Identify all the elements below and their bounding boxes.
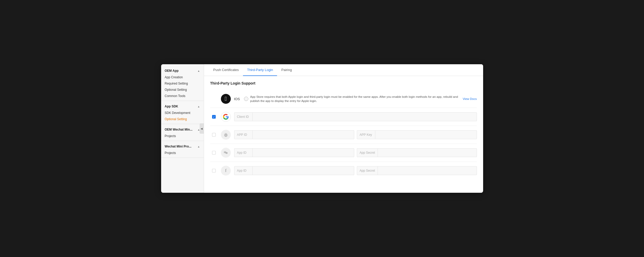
view-docs-link[interactable]: View Docs bbox=[463, 97, 477, 100]
google-icon-cell bbox=[220, 111, 232, 123]
sidebar-group-label-app-sdk: App SDK bbox=[165, 105, 178, 108]
google-fields: Client ID bbox=[234, 112, 477, 121]
svg-point-6 bbox=[224, 152, 225, 152]
sidebar-divider bbox=[161, 158, 204, 158]
login-row-google: Client ID bbox=[210, 108, 477, 126]
sidebar-item-optional-setting-oem[interactable]: Optional Setting bbox=[161, 87, 204, 93]
sidebar-item-projects-oem[interactable]: Projects bbox=[161, 133, 204, 139]
section-title: Third-Party Login Support bbox=[210, 81, 477, 85]
wechat-app-secret-field: App Secret bbox=[357, 148, 477, 157]
sidebar: OEM App▲App CreationRequired SettingOpti… bbox=[161, 64, 204, 193]
content-area: Third-Party Login Support  IOS i App St… bbox=[204, 76, 483, 193]
svg-point-9 bbox=[226, 153, 226, 153]
google-checkbox[interactable] bbox=[212, 115, 216, 119]
ios-description: App Store requires that both Apple login… bbox=[250, 95, 461, 103]
facebook-app-secret-field: App Secret bbox=[357, 166, 477, 175]
wechat-icon bbox=[221, 148, 231, 158]
google-checkbox-cell bbox=[210, 115, 218, 119]
wechat-fields: App IDApp Secret bbox=[234, 148, 477, 157]
sidebar-item-optional-setting-sdk[interactable]: Optional Setting bbox=[161, 116, 204, 122]
chevron-icon: ▲ bbox=[198, 69, 200, 72]
wechat-app-id-label: App ID bbox=[234, 149, 253, 157]
sidebar-group-app-sdk: App SDK▲SDK DevelopmentOptional Setting bbox=[161, 103, 204, 124]
svg-point-4 bbox=[225, 133, 227, 134]
qq-icon bbox=[221, 130, 231, 140]
chevron-icon: ▲ bbox=[198, 105, 200, 108]
wechat-app-secret-label: App Secret bbox=[357, 149, 378, 157]
login-row-facebook: f App IDApp Secret bbox=[210, 162, 477, 179]
login-row-wechat: App IDApp Secret bbox=[210, 144, 477, 162]
sidebar-item-common-tools[interactable]: Common Tools bbox=[161, 93, 204, 99]
wechat-app-secret-input[interactable] bbox=[378, 149, 477, 157]
sidebar-item-app-creation[interactable]: App Creation bbox=[161, 74, 204, 80]
tab-push-certificates[interactable]: Push Certificates bbox=[209, 64, 243, 76]
qq-app-key-label: APP Key bbox=[357, 131, 375, 139]
qq-icon-cell bbox=[220, 129, 232, 140]
facebook-checkbox-cell bbox=[210, 169, 218, 172]
tab-pairing[interactable]: Pairing bbox=[277, 64, 296, 76]
sidebar-collapse-handle[interactable]: ◀ bbox=[200, 123, 204, 134]
qq-checkbox-cell bbox=[210, 133, 218, 137]
wechat-checkbox[interactable] bbox=[212, 151, 216, 155]
facebook-icon-cell: f bbox=[220, 165, 232, 176]
sidebar-group-header-oem-app[interactable]: OEM App▲ bbox=[161, 67, 204, 74]
svg-point-7 bbox=[225, 152, 226, 152]
ios-row:  IOS i App Store requires that both App… bbox=[210, 90, 477, 108]
sidebar-divider bbox=[161, 141, 204, 141]
sidebar-divider bbox=[161, 124, 204, 124]
qq-fields: APP IDAPP Key bbox=[234, 130, 477, 139]
sidebar-group-label-oem-app: OEM App bbox=[165, 69, 179, 73]
login-row-qq: APP IDAPP Key bbox=[210, 126, 477, 144]
wechat-app-id-field: App ID bbox=[234, 148, 354, 157]
sidebar-item-projects-wechat[interactable]: Projects bbox=[161, 150, 204, 156]
apple-icon:  bbox=[221, 94, 231, 104]
svg-text:f: f bbox=[225, 168, 227, 173]
sidebar-group-header-app-sdk[interactable]: App SDK▲ bbox=[161, 103, 204, 110]
google-client-id-label: Client ID bbox=[234, 113, 253, 121]
google-client-id-input[interactable] bbox=[253, 113, 477, 121]
wechat-checkbox-cell bbox=[210, 151, 218, 155]
qq-checkbox[interactable] bbox=[212, 133, 216, 137]
sidebar-group-label-wechat-mini-pro: Wechat Mini Pro... bbox=[165, 145, 192, 148]
sidebar-item-required-setting[interactable]: Required Setting bbox=[161, 80, 204, 87]
facebook-app-id-field: App ID bbox=[234, 166, 354, 175]
main-content: Push CertificatesThird-Party LoginPairin… bbox=[204, 64, 483, 193]
svg-point-10 bbox=[227, 153, 227, 153]
facebook-app-secret-label: App Secret bbox=[357, 166, 378, 175]
sidebar-group-oem-wechat-min: OEM Wechat Min...▲Projects bbox=[161, 126, 204, 141]
info-icon: i bbox=[244, 97, 248, 101]
qq-app-key-input[interactable] bbox=[375, 131, 477, 139]
sidebar-group-wechat-mini-pro: Wechat Mini Pro...▲Projects bbox=[161, 143, 204, 158]
qq-app-key-field: APP Key bbox=[357, 130, 477, 139]
svg-point-8 bbox=[225, 152, 228, 154]
qq-app-id-field: APP ID bbox=[234, 130, 354, 139]
ios-label: IOS bbox=[234, 97, 242, 101]
chevron-icon: ▲ bbox=[198, 145, 200, 148]
facebook-app-secret-input[interactable] bbox=[378, 166, 477, 175]
facebook-fields: App IDApp Secret bbox=[234, 166, 477, 175]
facebook-app-id-input[interactable] bbox=[253, 166, 354, 175]
wechat-icon-cell bbox=[220, 147, 232, 158]
google-client-id-field: Client ID bbox=[234, 112, 477, 121]
sidebar-group-header-wechat-mini-pro[interactable]: Wechat Mini Pro...▲ bbox=[161, 143, 204, 150]
app-window: OEM App▲App CreationRequired SettingOpti… bbox=[161, 64, 483, 193]
qq-app-id-input[interactable] bbox=[253, 131, 354, 139]
tabs-bar: Push CertificatesThird-Party LoginPairin… bbox=[204, 64, 483, 76]
sidebar-group-header-oem-wechat-min[interactable]: OEM Wechat Min...▲ bbox=[161, 126, 204, 133]
wechat-app-id-input[interactable] bbox=[253, 149, 354, 157]
svg-point-3 bbox=[226, 134, 226, 135]
svg-point-2 bbox=[225, 134, 226, 135]
sidebar-group-label-oem-wechat-min: OEM Wechat Min... bbox=[165, 128, 193, 131]
facebook-icon: f bbox=[221, 166, 231, 176]
tab-third-party-login[interactable]: Third-Party Login bbox=[243, 64, 277, 76]
facebook-checkbox[interactable] bbox=[212, 169, 216, 172]
google-icon bbox=[221, 112, 231, 122]
sidebar-divider bbox=[161, 101, 204, 101]
facebook-app-id-label: App ID bbox=[234, 166, 253, 175]
qq-app-id-label: APP ID bbox=[234, 131, 253, 139]
apple-icon-cell:  bbox=[220, 93, 232, 105]
sidebar-item-sdk-development[interactable]: SDK Development bbox=[161, 110, 204, 116]
sidebar-group-oem-app: OEM App▲App CreationRequired SettingOpti… bbox=[161, 67, 204, 101]
